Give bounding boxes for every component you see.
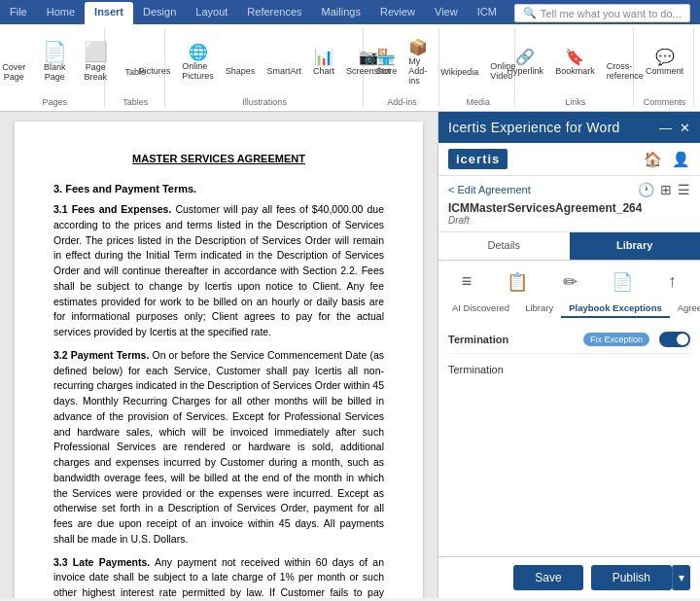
agreement-status: Draft bbox=[448, 215, 690, 226]
agreement-name: ICMMasterServicesAgreement_264 bbox=[448, 201, 690, 215]
wikipedia-icon: W bbox=[451, 47, 469, 67]
list-icon: ≡ bbox=[462, 271, 472, 292]
para-3-2-title: 3.2 Payment Terms. bbox=[53, 349, 149, 361]
smartart-icon: ⬡ bbox=[277, 48, 291, 66]
clipboard-icon: 📋 bbox=[507, 271, 528, 293]
tab-icm[interactable]: ICM bbox=[468, 2, 507, 24]
clipboard-button[interactable]: 📋 bbox=[501, 268, 534, 296]
sidebar-footer: Save Publish ▾ bbox=[438, 556, 700, 598]
comments-group-label: Comments bbox=[644, 97, 686, 107]
logo-bar: icertis 🏠 👤 bbox=[438, 143, 700, 176]
chart-icon: 📊 bbox=[314, 48, 333, 66]
ribbon-group-links: 🔗 Hyperlink 🔖 Bookmark ↗ Cross-reference… bbox=[517, 28, 634, 107]
main-area: MASTER SERVICES AGREEMENT 3. Fees and Pa… bbox=[0, 112, 700, 598]
icon-bar: ≡ 📋 ✏ 📄 ↑ bbox=[438, 261, 700, 296]
para-3-1: 3.1 Fees and Expenses. Customer will pay… bbox=[53, 202, 384, 340]
shapes-icon: △ bbox=[234, 48, 246, 66]
addins-group-label: Add-ins bbox=[387, 97, 417, 107]
subtab-playbook-exceptions[interactable]: Playbook Exceptions bbox=[561, 300, 670, 318]
ribbon-group-comments: 💬 Comment Comments bbox=[636, 28, 694, 107]
agreement-section: < Edit Agreement 🕐 ⊞ ☰ ICMMasterServices… bbox=[438, 176, 700, 232]
ribbon-group-illustrations: 🏔 Pictures 🌐 OnlinePictures △ Shapes ⬡ S… bbox=[167, 28, 364, 107]
comment-icon: 💬 bbox=[655, 48, 675, 66]
menu-icon[interactable]: ☰ bbox=[678, 182, 690, 197]
cover-page-button[interactable]: 🖼 CoverPage bbox=[0, 39, 32, 85]
save-button[interactable]: Save bbox=[513, 565, 582, 590]
tab-file[interactable]: File bbox=[0, 2, 37, 24]
bookmark-button[interactable]: 🔖 Bookmark bbox=[551, 46, 599, 78]
tab-review[interactable]: Review bbox=[370, 2, 425, 24]
tab-view[interactable]: View bbox=[425, 2, 468, 24]
tab-mailings[interactable]: Mailings bbox=[312, 2, 370, 24]
illustrations-group-label: Illustrations bbox=[242, 97, 287, 107]
toggle-switch[interactable] bbox=[659, 332, 690, 347]
bookmark-icon: 🔖 bbox=[565, 48, 584, 66]
para-3-3: 3.3 Late Payments. Any payment not recei… bbox=[53, 555, 384, 599]
ribbon-group-pages: 🖼 CoverPage 📄 BlankPage ⬜ PageBreak Page… bbox=[6, 28, 105, 107]
cross-reference-icon: ↗ bbox=[618, 43, 631, 61]
blank-page-icon: 📄 bbox=[43, 42, 67, 61]
document-area[interactable]: MASTER SERVICES AGREEMENT 3. Fees and Pa… bbox=[0, 112, 438, 598]
my-addins-button[interactable]: 📦 My Add-ins bbox=[404, 36, 432, 88]
sidebar-header: Icertis Experience for Word — ✕ bbox=[438, 112, 700, 143]
search-icon: 🔍 bbox=[523, 7, 537, 19]
icertis-logo: icertis bbox=[448, 149, 508, 169]
section-3: 3. Fees and Payment Terms. 3.1 Fees and … bbox=[53, 181, 384, 599]
smartart-button[interactable]: ⬡ SmartArt bbox=[262, 46, 305, 78]
edit-icon: ✏ bbox=[563, 271, 578, 293]
tab-layout[interactable]: Layout bbox=[186, 2, 237, 24]
list-view-button[interactable]: ≡ bbox=[456, 268, 478, 296]
chart-button[interactable]: 📊 Chart bbox=[309, 46, 338, 78]
user-icon[interactable]: 👤 bbox=[672, 151, 690, 168]
subtab-agreement[interactable]: Agreement bbox=[670, 300, 700, 318]
sidebar-title: Icertis Experience for Word bbox=[448, 120, 620, 135]
shapes-button[interactable]: △ Shapes bbox=[222, 46, 260, 78]
subtab-ai-discovered[interactable]: AI Discovered bbox=[444, 300, 517, 318]
wikipedia-button[interactable]: W Wikipedia bbox=[437, 45, 482, 79]
tab-references[interactable]: References bbox=[237, 2, 311, 24]
cover-page-icon: 🖼 bbox=[4, 42, 23, 61]
termination-item: Termination bbox=[448, 354, 690, 385]
publish-dropdown-button[interactable]: ▾ bbox=[672, 565, 690, 590]
media-group-label: Media bbox=[467, 97, 491, 107]
blank-page-button[interactable]: 📄 BlankPage bbox=[36, 39, 73, 85]
tab-library[interactable]: Library bbox=[570, 232, 701, 260]
logo-bar-icons: 🏠 👤 bbox=[644, 151, 690, 168]
clock-icon[interactable]: 🕐 bbox=[638, 182, 654, 197]
tables-group-label: Tables bbox=[122, 97, 148, 107]
section-3-heading: 3. Fees and Payment Terms. bbox=[53, 181, 384, 197]
tab-bar: Details Library bbox=[438, 232, 700, 261]
pictures-button[interactable]: 🏔 Pictures bbox=[135, 47, 175, 78]
document-button[interactable]: 📄 bbox=[606, 268, 639, 296]
para-3-2: 3.2 Payment Terms. On or before the Serv… bbox=[53, 348, 384, 548]
store-button[interactable]: 🏪 Store bbox=[372, 46, 402, 78]
back-link[interactable]: < Edit Agreement bbox=[448, 184, 531, 195]
tab-insert[interactable]: Insert bbox=[85, 2, 133, 24]
subtab-library[interactable]: Library bbox=[517, 300, 561, 318]
parent-button[interactable]: ↑ bbox=[662, 268, 682, 296]
tab-details[interactable]: Details bbox=[438, 232, 570, 260]
comment-button[interactable]: 💬 Comment bbox=[642, 46, 687, 78]
page-break-icon: ⬜ bbox=[84, 42, 108, 61]
online-pictures-button[interactable]: 🌐 OnlinePictures bbox=[178, 41, 218, 83]
grid-icon[interactable]: ⊞ bbox=[660, 182, 672, 197]
minimize-icon[interactable]: — bbox=[659, 121, 672, 135]
edit-button[interactable]: ✏ bbox=[557, 268, 583, 296]
fix-exception-button[interactable]: Fix Exception bbox=[583, 333, 649, 346]
publish-button[interactable]: Publish bbox=[591, 565, 672, 590]
ribbon-tabs: File Home Insert Design Layout Reference… bbox=[0, 0, 700, 24]
parent-icon: ↑ bbox=[668, 271, 677, 292]
links-group-label: Links bbox=[565, 97, 585, 107]
para-3-1-title: 3.1 Fees and Expenses. bbox=[53, 203, 171, 215]
hyperlink-button[interactable]: 🔗 Hyperlink bbox=[504, 46, 548, 78]
tab-home[interactable]: Home bbox=[37, 2, 85, 24]
tab-design[interactable]: Design bbox=[133, 2, 186, 24]
ribbon-bar: 🖼 CoverPage 📄 BlankPage ⬜ PageBreak Page… bbox=[0, 24, 700, 112]
para-3-3-title: 3.3 Late Payments. bbox=[53, 556, 150, 568]
document-page: MASTER SERVICES AGREEMENT 3. Fees and Pa… bbox=[15, 122, 423, 598]
sidebar-content: Termination Fix Exception Termination bbox=[438, 318, 700, 556]
para-3-1-text: Customer will pay all fees of $40,000.00… bbox=[53, 203, 384, 337]
close-icon[interactable]: ✕ bbox=[680, 121, 690, 135]
online-pictures-icon: 🌐 bbox=[189, 43, 208, 61]
home-icon[interactable]: 🏠 bbox=[644, 151, 662, 168]
